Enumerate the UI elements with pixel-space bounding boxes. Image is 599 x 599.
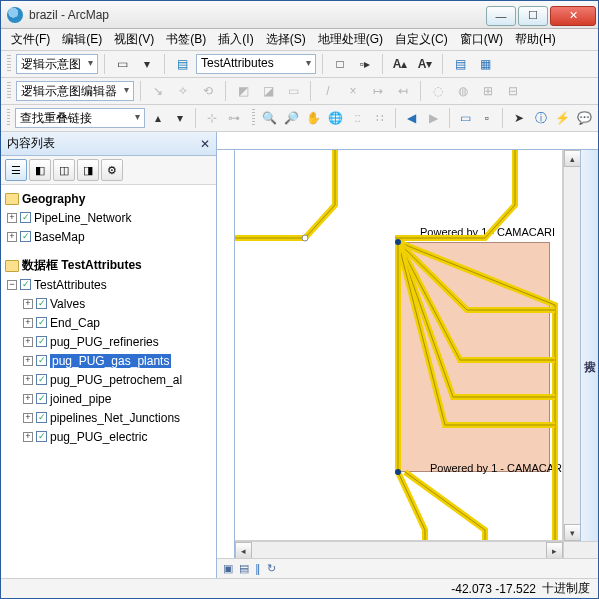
list-by-drawing-icon[interactable]: ☰ xyxy=(5,159,27,181)
checkbox[interactable] xyxy=(36,412,47,423)
hyperlink-icon[interactable]: ⚡ xyxy=(553,107,572,129)
layer-refineries[interactable]: pug_PUG_refineries xyxy=(50,335,159,349)
full-extent-icon[interactable]: 🌐 xyxy=(326,107,345,129)
expand-icon[interactable]: + xyxy=(23,375,33,385)
map-canvas[interactable]: Powered by 1 - CAMACARI Powered by 1 - C… xyxy=(235,150,563,541)
vertical-scrollbar[interactable]: ▴ ▾ xyxy=(563,150,580,541)
expand-icon[interactable]: + xyxy=(23,299,33,309)
expand-icon[interactable]: + xyxy=(23,356,33,366)
list-by-visibility-icon[interactable]: ◫ xyxy=(53,159,75,181)
expand-icon[interactable]: + xyxy=(23,413,33,423)
font-decrease-icon[interactable]: A▾ xyxy=(414,53,436,75)
open-diagram-icon[interactable]: ▭ xyxy=(111,53,133,75)
find-up-icon[interactable]: ▴ xyxy=(148,107,167,129)
box-arrow-icon[interactable]: ▫▸ xyxy=(354,53,376,75)
menu-insert[interactable]: 插入(I) xyxy=(212,29,259,50)
checkbox[interactable] xyxy=(36,317,47,328)
menu-customize[interactable]: 自定义(C) xyxy=(389,29,454,50)
prev-extent-icon[interactable]: ◀ xyxy=(402,107,421,129)
layer-gas-plants[interactable]: pug_PUG_gas_plants xyxy=(50,354,171,368)
toolbar-grip[interactable] xyxy=(7,82,11,100)
menu-file[interactable]: 文件(F) xyxy=(5,29,56,50)
find-down-icon[interactable]: ▾ xyxy=(170,107,189,129)
layer-icon[interactable]: ▤ xyxy=(171,53,193,75)
editor-tool-4-icon[interactable]: ◩ xyxy=(232,80,254,102)
scroll-right-icon[interactable]: ▸ xyxy=(546,542,563,559)
close-button[interactable]: ✕ xyxy=(550,6,596,26)
search-sidetab[interactable]: 搜索 xyxy=(580,150,598,541)
layer-electric[interactable]: pug_PUG_electric xyxy=(50,430,147,444)
editor-tool-14-icon[interactable]: ⊟ xyxy=(502,80,524,102)
minimize-button[interactable]: — xyxy=(486,6,516,26)
editor-tool-8-icon[interactable]: × xyxy=(342,80,364,102)
tool-a-icon[interactable]: ▤ xyxy=(449,53,471,75)
group-geography[interactable]: Geography xyxy=(22,192,85,206)
editor-tool-12-icon[interactable]: ◍ xyxy=(452,80,474,102)
options-icon[interactable]: ⚙ xyxy=(101,159,123,181)
checkbox[interactable] xyxy=(36,298,47,309)
dataframe-testattributes[interactable]: TestAttributes xyxy=(34,278,107,292)
scroll-left-icon[interactable]: ◂ xyxy=(235,542,252,559)
box-icon[interactable]: □ xyxy=(329,53,351,75)
fixed-zoom-in-icon[interactable]: :: xyxy=(348,107,367,129)
zoom-in-icon[interactable]: 🔍 xyxy=(260,107,279,129)
menu-window[interactable]: 窗口(W) xyxy=(454,29,509,50)
menu-bookmarks[interactable]: 书签(B) xyxy=(160,29,212,50)
editor-tool-11-icon[interactable]: ◌ xyxy=(427,80,449,102)
layer-junctions[interactable]: pipelines_Net_Junctions xyxy=(50,411,180,425)
diagram-dropdown-icon[interactable]: ▾ xyxy=(136,53,158,75)
checkbox[interactable] xyxy=(20,231,31,242)
editor-tool-13-icon[interactable]: ⊞ xyxy=(477,80,499,102)
list-by-source-icon[interactable]: ◧ xyxy=(29,159,51,181)
checkbox[interactable] xyxy=(36,431,47,442)
editor-tool-6-icon[interactable]: ▭ xyxy=(282,80,304,102)
collapse-icon[interactable]: − xyxy=(7,280,17,290)
expand-icon[interactable]: + xyxy=(23,432,33,442)
layer-joined-pipe[interactable]: joined_pipe xyxy=(50,392,111,406)
checkbox[interactable] xyxy=(36,336,47,347)
menu-geoprocessing[interactable]: 地理处理(G) xyxy=(312,29,389,50)
find-combo[interactable]: 查找重叠链接 xyxy=(15,108,145,128)
group-testattributes[interactable]: 数据框 TestAttributes xyxy=(22,257,142,274)
zoom-out-icon[interactable]: 🔎 xyxy=(282,107,301,129)
toc-tree[interactable]: Geography +PipeLine_Network +BaseMap 数据框… xyxy=(1,185,216,578)
view-pause-icon[interactable]: ‖ xyxy=(255,562,261,575)
checkbox[interactable] xyxy=(36,355,47,366)
checkbox[interactable] xyxy=(20,279,31,290)
menu-help[interactable]: 帮助(H) xyxy=(509,29,562,50)
toolbar-grip[interactable] xyxy=(252,109,255,127)
checkbox[interactable] xyxy=(36,393,47,404)
editor-tool-9-icon[interactable]: ↦ xyxy=(367,80,389,102)
checkbox[interactable] xyxy=(20,212,31,223)
toolbar-grip[interactable] xyxy=(7,55,11,73)
view-refresh-icon[interactable]: ↻ xyxy=(267,562,276,575)
menu-edit[interactable]: 编辑(E) xyxy=(56,29,108,50)
editor-tool-10-icon[interactable]: ↤ xyxy=(392,80,414,102)
maximize-button[interactable]: ☐ xyxy=(518,6,548,26)
toc-close-icon[interactable]: ✕ xyxy=(200,137,210,151)
expand-icon[interactable]: + xyxy=(23,394,33,404)
view-data-icon[interactable]: ▣ xyxy=(223,562,233,575)
font-increase-icon[interactable]: A▴ xyxy=(389,53,411,75)
menu-select[interactable]: 选择(S) xyxy=(260,29,312,50)
view-layout-icon[interactable]: ▤ xyxy=(239,562,249,575)
list-by-selection-icon[interactable]: ◨ xyxy=(77,159,99,181)
clear-selection-icon[interactable]: ▫ xyxy=(478,107,497,129)
layer-petrochem[interactable]: pug_PUG_petrochem_al xyxy=(50,373,182,387)
schematic-combo[interactable]: 逻辑示意图 xyxy=(16,54,98,74)
expand-icon[interactable]: + xyxy=(23,318,33,328)
scroll-down-icon[interactable]: ▾ xyxy=(564,524,581,541)
layer-pipeline-network[interactable]: PipeLine_Network xyxy=(34,211,131,225)
expand-icon[interactable]: + xyxy=(23,337,33,347)
pan-icon[interactable]: ✋ xyxy=(304,107,323,129)
layer-basemap[interactable]: BaseMap xyxy=(34,230,85,244)
html-popup-icon[interactable]: 💬 xyxy=(575,107,594,129)
tool-b-icon[interactable]: ▦ xyxy=(474,53,496,75)
identify-icon[interactable]: ⓘ xyxy=(531,107,550,129)
pointer-icon[interactable]: ➤ xyxy=(509,107,528,129)
scroll-up-icon[interactable]: ▴ xyxy=(564,150,581,167)
editor-tool-1-icon[interactable]: ↘ xyxy=(147,80,169,102)
layer-valves[interactable]: Valves xyxy=(50,297,85,311)
select-features-icon[interactable]: ▭ xyxy=(456,107,475,129)
editor-tool-3-icon[interactable]: ⟲ xyxy=(197,80,219,102)
